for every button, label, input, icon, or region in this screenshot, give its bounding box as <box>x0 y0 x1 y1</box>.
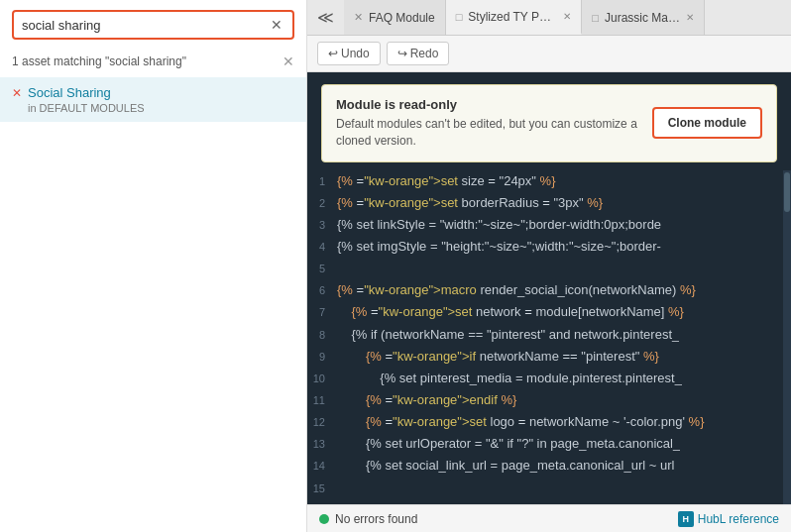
code-line: 1{% ="kw-orange">set size = "24px" %} <box>307 170 783 192</box>
code-line: 2{% ="kw-orange">set borderRadius = "3px… <box>307 192 783 214</box>
tab-jurassic[interactable]: □ Jurassic Ma… ✕ <box>582 0 705 35</box>
line-number: 5 <box>307 261 337 277</box>
code-lines: 1{% ="kw-orange">set size = "24px" %}2{%… <box>307 170 783 504</box>
result-item-remove-icon[interactable]: ✕ <box>12 86 22 100</box>
search-box-wrap: ✕ <box>0 0 306 50</box>
hubl-icon: H <box>678 511 694 527</box>
editor-area: Module is read-only Default modules can'… <box>307 72 791 504</box>
line-number: 14 <box>307 458 337 475</box>
tab-jurassic-icon: □ <box>592 12 599 24</box>
line-number: 13 <box>307 436 337 453</box>
collapse-tabs-button[interactable]: ≪ <box>307 0 344 35</box>
results-close-icon[interactable]: ✕ <box>282 53 294 69</box>
code-line: 8 {% if (networkName == "pinterest" and … <box>307 324 783 346</box>
redo-label: Redo <box>410 47 439 60</box>
line-number: 12 <box>307 414 337 431</box>
code-line: 5 <box>307 258 783 279</box>
line-number: 11 <box>307 392 337 409</box>
line-number: 4 <box>307 239 337 256</box>
code-line: 15 <box>307 478 783 499</box>
line-code: {% if (networkName == "pinterest" and ne… <box>337 325 679 345</box>
code-line: 12 {% ="kw-orange">set logo = networkNam… <box>307 411 783 433</box>
search-input[interactable] <box>22 18 269 33</box>
clone-module-button[interactable]: Clone module <box>652 107 762 139</box>
left-panel: ✕ 1 asset matching "social sharing" ✕ ✕ … <box>0 0 307 532</box>
tab-faq-label: FAQ Module <box>369 11 435 25</box>
line-number: 6 <box>307 282 337 299</box>
code-line: 7 {% ="kw-orange">set network = module[n… <box>307 301 783 323</box>
line-code: {% ="kw-orange">if networkName == "pinte… <box>337 347 643 367</box>
no-errors-label: No errors found <box>335 512 417 526</box>
redo-button[interactable]: ↪ Redo <box>387 42 450 65</box>
status-dot-icon <box>319 514 329 524</box>
readonly-title: Module is read-only <box>336 97 652 112</box>
toolbar: ↩ Undo ↪ Redo <box>307 36 791 72</box>
tab-ty-page-label: Stylized TY Page <box>468 10 557 24</box>
hubl-reference-label: HubL reference <box>698 512 779 526</box>
line-code: {% ="kw-orange">endif <box>337 390 501 410</box>
line-number: 3 <box>307 217 337 234</box>
line-code: {% set imgStyle = "height:"~size~";width… <box>337 237 661 257</box>
editor-scrollbar[interactable] <box>783 170 791 504</box>
code-line: 4{% set imgStyle = "height:"~size~";widt… <box>307 236 783 258</box>
line-code: {% ="kw-orange">set size = "24px" <box>337 171 540 191</box>
line-number: 10 <box>307 371 337 387</box>
hubl-reference-link[interactable]: H HubL reference <box>678 511 779 527</box>
code-line: 3{% set linkStyle = "width:"~size~";bord… <box>307 214 783 236</box>
line-number: 15 <box>307 480 337 497</box>
line-number: 7 <box>307 304 337 321</box>
undo-icon: ↩ <box>328 47 338 60</box>
tab-ty-close-icon[interactable]: ✕ <box>563 11 571 22</box>
code-line: 9 {% ="kw-orange">if networkName == "pin… <box>307 346 783 368</box>
tab-faq-module[interactable]: ✕ FAQ Module <box>344 0 446 35</box>
code-line: 11 {% ="kw-orange">endif %} <box>307 389 783 411</box>
tab-stylized-ty-page[interactable]: □ Stylized TY Page ✕ <box>446 0 583 35</box>
code-line: 10 {% set pinterest_media = module.pinte… <box>307 368 783 389</box>
result-item-name[interactable]: Social Sharing <box>28 85 294 100</box>
code-line: 13 {% set urlOperator = "&" if "?" in pa… <box>307 433 783 455</box>
result-item: ✕ Social Sharing in DEFAULT MODULES ← <box>0 77 306 122</box>
undo-label: Undo <box>341 47 370 60</box>
status-left: No errors found <box>319 512 417 526</box>
scrollbar-thumb[interactable] <box>784 172 790 212</box>
main-container: ✕ 1 asset matching "social sharing" ✕ ✕ … <box>0 0 791 532</box>
line-code: {% ="kw-orange">set logo = networkName ~… <box>337 412 689 432</box>
line-code: {% set urlOperator = "&" if "?" in page_… <box>337 434 680 454</box>
search-box: ✕ <box>12 10 294 40</box>
line-code: {% ="kw-orange">macro render_social_icon… <box>337 280 680 300</box>
line-code: {% set pinterest_media = module.pinteres… <box>337 369 682 388</box>
code-line: 14 {% set social_link_url = page_meta.ca… <box>307 455 783 477</box>
code-line: 6{% ="kw-orange">macro render_social_ico… <box>307 279 783 301</box>
line-code: {% set social_link_url = page_meta.canon… <box>337 456 674 476</box>
status-bar: No errors found H HubL reference <box>307 504 791 532</box>
tab-jurassic-label: Jurassic Ma… <box>605 11 680 25</box>
results-header: 1 asset matching "social sharing" ✕ <box>0 50 306 77</box>
line-code: {% set linkStyle = "width:"~size~";borde… <box>337 215 661 235</box>
readonly-text: Module is read-only Default modules can'… <box>336 97 652 150</box>
tab-ty-page-icon: □ <box>456 11 463 23</box>
tab-bar: ≪ ✕ FAQ Module □ Stylized TY Page ✕ □ Ju… <box>307 0 791 36</box>
redo-icon: ↪ <box>397 47 407 60</box>
tab-jurassic-close-icon[interactable]: ✕ <box>686 12 694 23</box>
line-code <box>337 479 341 498</box>
result-item-category: in DEFAULT MODULES <box>28 102 294 114</box>
line-number: 9 <box>307 349 337 366</box>
line-number: 8 <box>307 327 337 344</box>
readonly-banner: Module is read-only Default modules can'… <box>321 84 777 162</box>
right-panel: ≪ ✕ FAQ Module □ Stylized TY Page ✕ □ Ju… <box>307 0 791 532</box>
search-clear-icon[interactable]: ✕ <box>269 17 284 33</box>
result-item-content: Social Sharing in DEFAULT MODULES <box>28 85 294 114</box>
tab-faq-close-icon[interactable]: ✕ <box>354 11 363 24</box>
line-code <box>337 259 341 278</box>
line-code: {% ="kw-orange">set borderRadius = "3px" <box>337 193 587 213</box>
line-number: 2 <box>307 195 337 212</box>
line-code: {% ="kw-orange">set network = module[net… <box>337 302 668 322</box>
editor-scroll: 1{% ="kw-orange">set size = "24px" %}2{%… <box>307 170 791 504</box>
readonly-description: Default modules can't be edited, but you… <box>336 116 652 150</box>
line-number: 1 <box>307 173 337 190</box>
results-count-label: 1 asset matching "social sharing" <box>12 54 186 68</box>
undo-button[interactable]: ↩ Undo <box>317 42 381 65</box>
